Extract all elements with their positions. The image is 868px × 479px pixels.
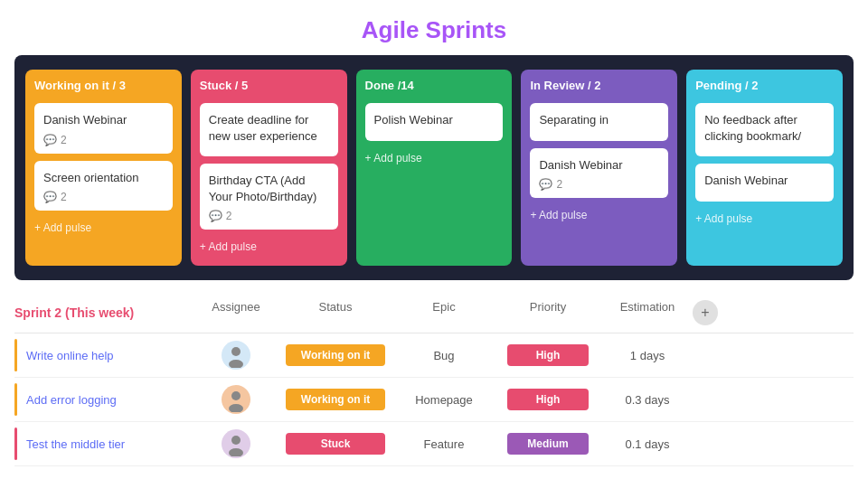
comment-count: 2 [61,134,67,146]
assignee-cell [195,341,277,370]
col-header-status: Status [277,300,394,325]
card-title: Screen orientation [43,170,164,186]
svg-point-3 [229,404,243,412]
card-title: No feedback after clicking bookmark/ [704,112,825,144]
kanban-card-stuck-0[interactable]: Create deadline for new user experience [200,103,338,156]
comment-count: 2 [226,210,232,222]
sprint-header-row: Sprint 2 (This week) Assignee Status Epi… [14,295,854,333]
table-row: Write online help Working on itBugHigh1 … [14,333,854,378]
card-comments: 💬2 [209,210,329,222]
priority-badge: High [507,344,589,366]
add-pulse-review[interactable]: + Add pulse [530,205,668,225]
kanban-card-done-0[interactable]: Polish Webinar [365,103,504,141]
svg-point-0 [231,347,241,356]
comment-count: 2 [556,178,562,191]
kanban-col-done: Done /14Polish Webinar+ Add pulse [356,70,513,266]
status-badge: Working on it [286,389,385,410]
kanban-card-pending-1[interactable]: Danish Webinar [695,164,834,202]
comment-icon: 💬 [209,210,222,222]
svg-point-1 [229,360,243,368]
kanban-card-review-0[interactable]: Separating in [530,103,668,141]
priority-badge: Medium [507,433,589,455]
kanban-board: Working on it / 3Danish Webinar💬2Screen … [14,55,854,280]
card-comments: 💬2 [43,134,164,146]
status-cell: Stuck [277,433,394,455]
col-header-estimation: Estimation [602,300,693,325]
card-title: Create deadline for new user experience [209,112,329,144]
avatar [222,385,250,414]
card-title: Danish Webinar [704,173,825,189]
kanban-card-review-1[interactable]: Danish Webinar💬2 [530,148,668,199]
comment-icon: 💬 [43,134,57,146]
add-pulse-done[interactable]: + Add pulse [365,148,504,168]
comment-icon: 💬 [43,191,57,203]
assignee-cell [195,385,277,414]
task-name[interactable]: Test the middle tier [26,437,207,451]
epic-cell: Bug [394,349,494,362]
row-data-1: Working on itHomepageHigh0.3 days [195,385,854,414]
card-title: Separating in [539,112,659,128]
card-comments: 💬2 [43,191,164,203]
row-data-0: Working on itBugHigh1 days [195,341,854,370]
page-header: Agile Sprints [0,0,868,55]
epic-cell: Homepage [394,393,494,407]
add-pulse-working[interactable]: + Add pulse [34,218,173,238]
task-name[interactable]: Write online help [26,349,207,362]
task-name-wrap-0: Write online help [14,339,195,371]
kanban-col-working: Working on it / 3Danish Webinar💬2Screen … [25,70,182,266]
card-title: Danish Webinar [539,157,659,174]
status-badge: Working on it [286,344,385,366]
epic-cell: Feature [394,437,494,451]
kanban-col-pending: Pending / 2No feedback after clicking bo… [686,70,843,266]
comment-count: 2 [61,191,67,203]
card-title: Danish Webinar [43,112,164,128]
col-header-epic: Epic [394,300,494,325]
kanban-card-pending-0[interactable]: No feedback after clicking bookmark/ [695,103,834,156]
comment-icon: 💬 [539,178,552,191]
page-title: Agile Sprints [0,16,868,44]
priority-cell: High [494,389,602,410]
col-header-stuck: Stuck / 5 [200,79,338,92]
col-header-review: In Review / 2 [530,79,668,92]
task-name[interactable]: Add error logging [26,393,207,407]
svg-point-4 [231,436,241,445]
kanban-card-working-1[interactable]: Screen orientation💬2 [34,161,173,211]
row-indicator [14,339,17,371]
col-header-done: Done /14 [365,79,504,92]
avatar [222,341,250,370]
kanban-card-stuck-1[interactable]: Birthday CTA (Add Your Photo/Birthday)💬2 [200,164,338,230]
estimation-cell: 0.1 days [602,437,693,451]
task-name-wrap-1: Add error logging [14,383,195,416]
row-data-2: StuckFeatureMedium0.1 days [195,429,854,458]
priority-badge: High [507,389,589,410]
priority-cell: Medium [494,433,602,455]
status-cell: Working on it [277,389,394,410]
estimation-cell: 0.3 days [602,393,693,407]
status-cell: Working on it [277,344,394,366]
sprint-rows: Write online help Working on itBugHigh1 … [14,333,854,466]
kanban-card-working-0[interactable]: Danish Webinar💬2 [34,103,173,154]
col-header-add: + [693,300,722,325]
svg-point-5 [229,448,243,456]
add-pulse-stuck[interactable]: + Add pulse [200,237,338,257]
col-header-assignee: Assignee [195,300,277,325]
add-pulse-pending[interactable]: + Add pulse [695,209,834,229]
estimation-cell: 1 days [602,349,693,362]
col-header-priority: Priority [494,300,602,325]
task-name-wrap-2: Test the middle tier [14,427,195,460]
kanban-col-review: In Review / 2Separating inDanish Webinar… [521,70,677,266]
status-badge: Stuck [286,433,385,455]
col-header-pending: Pending / 2 [695,79,834,92]
row-indicator [14,427,17,460]
add-column-button[interactable]: + [693,300,718,325]
avatar [222,429,250,458]
assignee-cell [195,429,277,458]
kanban-col-stuck: Stuck / 5Create deadline for new user ex… [191,70,347,266]
col-header-working: Working on it / 3 [34,79,173,92]
sprint-title: Sprint 2 (This week) [14,305,195,320]
priority-cell: High [494,344,602,366]
table-row: Test the middle tier StuckFeatureMedium0… [14,422,854,466]
row-indicator [14,383,17,416]
table-row: Add error logging Working on itHomepageH… [14,378,854,422]
sprint-section: Sprint 2 (This week) Assignee Status Epi… [14,295,854,466]
